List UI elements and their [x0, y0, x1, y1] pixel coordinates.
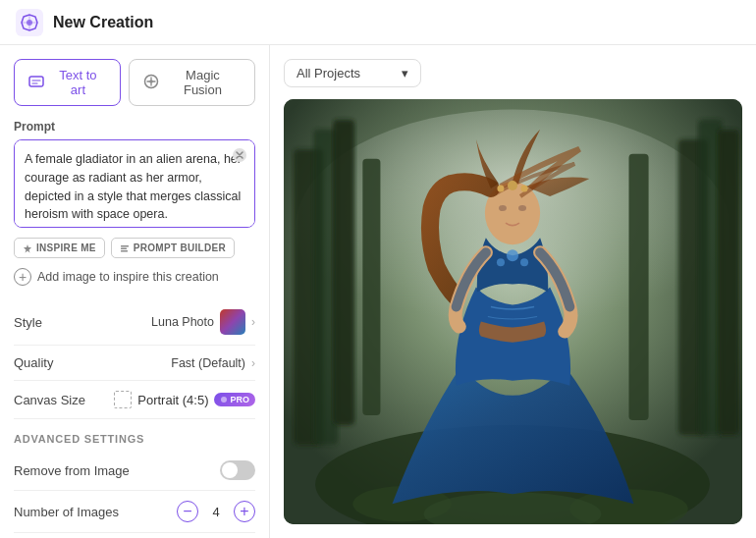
left-panel: Text to art Magic Fusion Prompt A female…	[0, 45, 270, 538]
image-display	[284, 99, 742, 524]
canvas-size-text: Portrait (4:5)	[137, 393, 208, 407]
settings-canvas-row[interactable]: Canvas Size Portrait (4:5) PRO	[14, 381, 255, 419]
style-value[interactable]: Luna Photo ›	[151, 309, 255, 335]
canvas-size-label: Canvas Size	[14, 393, 85, 407]
quality-value[interactable]: Fast (Default) ›	[171, 356, 255, 370]
projects-dropdown[interactable]: All Projects ▾	[284, 59, 421, 87]
stepper-value: 4	[208, 505, 224, 519]
svg-rect-7	[121, 245, 129, 247]
remove-from-image-row: Remove from Image	[14, 451, 255, 491]
page-title: New Creation	[53, 14, 153, 31]
quality-chevron-icon: ›	[251, 356, 255, 370]
add-image-label: Add image to inspire this creation	[37, 270, 219, 284]
stepper-increase-button[interactable]: +	[234, 501, 255, 522]
prompt-builder-button[interactable]: PROMPT BUILDER	[111, 238, 235, 258]
prompt-clear-button[interactable]	[232, 147, 247, 167]
remove-from-image-label: Remove from Image	[14, 463, 130, 478]
svg-point-30	[518, 205, 526, 211]
svg-point-4	[149, 80, 153, 83]
svg-point-29	[499, 205, 507, 211]
add-image-row[interactable]: + Add image to inspire this creation	[14, 268, 255, 286]
text-to-art-icon	[28, 74, 44, 92]
quality-label: Quality	[14, 355, 53, 370]
main-layout: Text to art Magic Fusion Prompt A female…	[0, 45, 756, 538]
canvas-icon	[114, 391, 132, 408]
app-header: New Creation	[0, 0, 756, 45]
svg-point-33	[521, 185, 528, 191]
right-top-bar: All Projects ▾	[284, 59, 742, 87]
svg-rect-9	[121, 250, 128, 252]
tab-text-to-art[interactable]: Text to art	[14, 59, 121, 106]
fantasy-image-container	[284, 99, 742, 524]
svg-marker-6	[24, 244, 31, 253]
add-image-icon: +	[14, 268, 31, 286]
projects-dropdown-chevron: ▾	[402, 66, 408, 81]
pro-badge: PRO	[214, 393, 255, 406]
prompt-textarea[interactable]: A female gladiator in an alien arena, he…	[14, 139, 255, 228]
stepper-decrease-button[interactable]: −	[177, 501, 198, 522]
svg-rect-2	[29, 77, 43, 86]
tab-magic-fusion[interactable]: Magic Fusion	[129, 59, 255, 106]
tab-row: Text to art Magic Fusion	[14, 59, 255, 106]
style-thumbnail	[220, 309, 245, 335]
svg-point-32	[497, 185, 504, 191]
prompt-actions: INSPIRE ME PROMPT BUILDER	[14, 238, 255, 258]
svg-point-1	[27, 20, 32, 26]
canvas-size-value[interactable]: Portrait (4:5) PRO	[114, 391, 255, 408]
svg-point-26	[497, 258, 505, 266]
svg-rect-8	[121, 247, 127, 249]
style-text: Luna Photo	[151, 315, 214, 329]
svg-rect-20	[629, 154, 649, 420]
svg-point-25	[507, 249, 518, 261]
toggle-knob	[222, 462, 238, 478]
style-chevron-icon: ›	[251, 315, 255, 329]
number-of-images-row: Number of Images − 4 +	[14, 491, 255, 533]
fantasy-art-svg	[284, 99, 742, 524]
magic-fusion-icon	[143, 74, 159, 92]
number-of-images-label: Number of Images	[14, 505, 119, 519]
app-logo-icon	[16, 9, 43, 36]
quality-text: Fast (Default)	[171, 356, 245, 370]
settings-style-row[interactable]: Style Luna Photo ›	[14, 299, 255, 346]
svg-rect-19	[362, 159, 380, 415]
style-label: Style	[14, 315, 42, 330]
remove-from-image-toggle[interactable]	[220, 460, 255, 480]
prompt-label: Prompt	[14, 120, 255, 134]
number-of-images-stepper: − 4 +	[177, 501, 255, 522]
advanced-settings-header: ADVANCED SETTINGS	[14, 433, 255, 445]
settings-quality-row[interactable]: Quality Fast (Default) ›	[14, 346, 255, 381]
svg-point-10	[221, 397, 227, 403]
svg-point-31	[508, 181, 517, 190]
prompt-wrapper: A female gladiator in an alien arena, he…	[14, 139, 255, 258]
inspire-me-button[interactable]: INSPIRE ME	[14, 238, 105, 258]
projects-dropdown-label: All Projects	[297, 66, 360, 81]
svg-point-27	[520, 258, 528, 266]
svg-rect-15	[333, 120, 354, 425]
right-panel: All Projects ▾	[270, 45, 756, 538]
svg-rect-18	[718, 130, 739, 435]
